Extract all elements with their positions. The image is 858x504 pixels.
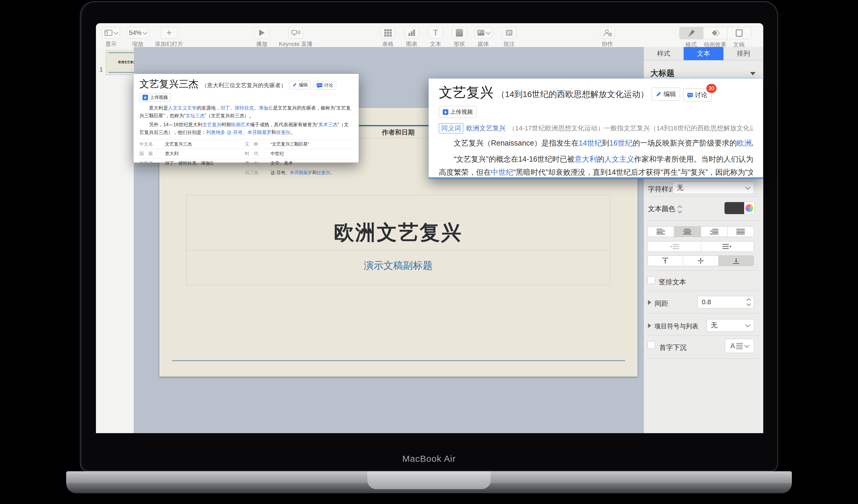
popup2-discuss-button[interactable]: 讨论 30 [683,88,712,101]
link[interactable]: 拉斐尔 [276,130,290,135]
comment-button[interactable]: 批注 [502,27,517,48]
bullets-label: 项目符号与列表 [654,322,698,330]
chart-button[interactable]: 图表 [404,27,419,48]
infobox-label: 后三杰 [245,168,270,177]
infobox-value [165,168,245,177]
disclosure-right-icon[interactable] [648,300,651,305]
disclosure-right-icon[interactable] [648,323,651,328]
popup1-paragraph-2: 另外，14～16世纪意大利文艺复兴时期绘画艺术臻于成熟，其代表画家有被誉为“美术… [140,121,353,136]
popup1-upload-video-button[interactable]: 上传视频 [140,93,171,102]
link[interactable]: 人文主义 [604,155,634,163]
popup1-discuss-button[interactable]: 讨论 [314,81,336,90]
text-color-well[interactable] [724,202,754,214]
author-date-text: 作者和日期 [382,128,415,137]
slide-navigator: 1 欧洲文艺复兴 [96,47,134,433]
link[interactable]: 中世纪 [491,168,513,176]
document-button[interactable] [727,27,751,39]
table-button[interactable]: 表格 [380,27,395,48]
link[interactable]: 列奥纳多·达·芬奇 [206,130,243,135]
bullets-dropdown[interactable]: 无 [706,319,754,332]
valign-top-button[interactable] [648,256,683,266]
outdent-button[interactable] [648,241,701,251]
paragraph-style-row[interactable]: 大标题 [644,66,763,79]
link[interactable]: 绘画艺术 [231,122,250,127]
tab-text[interactable]: 文本 [683,47,723,60]
text-segment: 到 [602,139,609,147]
play-icon [259,30,265,36]
infobox-label: 又 称 [245,139,270,149]
baike-popup-renaissance: 文艺复兴 （14到16世纪的西欧思想解放文化运动） 编辑 讨论 30 上传视频 … [428,78,763,179]
spacing-stepper[interactable]: 0.8 [697,296,754,308]
text-button[interactable]: T 文本 [428,27,443,48]
dropcap-style-dropdown[interactable]: A [725,339,754,353]
valign-middle-button[interactable] [683,256,718,266]
infobox-value: 但丁、彼特拉克、薄伽丘 [165,158,245,168]
discuss-icon [687,93,693,97]
link[interactable]: 彼特拉克 [235,105,254,111]
dropcap-icon: A [730,342,743,350]
add-slide-button[interactable]: + 添加幻灯片 [155,27,183,48]
link[interactable]: 文坛三杰 [186,113,205,118]
view-button[interactable]: 显示 [102,27,120,48]
infobox-label: 中文名 [140,139,165,149]
link[interactable]: 意大利 [575,155,597,163]
link[interactable]: 但丁 [221,105,230,111]
popup1-edit-button[interactable]: 编辑 [289,81,311,89]
text-segment: 另外，14～16世纪意大利 [149,122,203,127]
text-segment: 高度繁荣，但在 [439,168,491,176]
link[interactable]: 人文主义文学 [168,105,197,111]
link[interactable]: 欧洲 [737,139,752,147]
zoom-button[interactable]: 54% 缩放 [126,27,149,48]
play-button[interactable]: 播放 [254,27,269,48]
dropcap-checkbox[interactable] [647,341,655,349]
slide-title-text: 欧洲文艺复兴 [334,219,463,246]
link[interactable]: 美术三杰 [318,122,337,127]
text-color-label: 文本颜色 [648,204,681,213]
popup2-upload-video-button[interactable]: 上传视频 [439,106,477,118]
outdent-icon [669,244,679,249]
align-right-button[interactable] [701,227,727,237]
link[interactable]: 文艺复兴 [203,122,222,127]
color-wheel-icon [745,204,753,212]
text-segment: 和 [312,170,317,175]
popup2-paragraph-2-line2: 高度繁荣，但在中世纪“黑暗时代”却衰败湮没，直到14世纪后才获得“再生”与“复兴… [439,167,753,177]
char-style-dropdown[interactable]: 无 [672,182,754,194]
align-left-button[interactable] [648,227,674,237]
vertical-align-segment [647,256,754,266]
link[interactable]: 米开朗基罗 [290,170,312,175]
format-button[interactable] [680,27,703,39]
pencil-icon [292,82,297,87]
valign-bottom-button[interactable] [718,256,754,266]
text-segment: 意大利是 [149,105,168,111]
discuss-count-badge: 30 [706,84,716,93]
shape-button[interactable]: 形状 [452,27,467,48]
divider [647,196,760,197]
link[interactable]: 14世纪 [579,139,602,147]
tab-style[interactable]: 样式 [644,47,683,60]
tab-arrange[interactable]: 排列 [723,47,763,60]
collaborate-button[interactable]: 协作 [600,27,615,48]
color-swatch[interactable] [725,202,744,214]
subtitle-placeholder[interactable]: 演示文稿副标题 [186,251,610,285]
link[interactable]: 16世纪 [609,139,633,147]
popup1-subtitle: （意大利三位文艺复兴的先驱者） [202,82,286,89]
animate-button[interactable] [703,27,727,39]
link[interactable]: 拉斐尔 [317,170,330,175]
popup2-edit-button[interactable]: 编辑 [652,87,680,101]
synonym-link[interactable]: 欧洲文艺复兴 [466,124,506,133]
color-wheel-button[interactable] [744,202,754,214]
keynote-live-button[interactable]: Keynote 直播 [279,27,313,48]
align-justify-button[interactable] [727,227,754,237]
indent-button[interactable] [701,241,754,251]
align-center-icon [683,229,692,234]
align-center-button[interactable] [674,227,700,237]
device-label: MacBook Air [80,454,778,464]
alignment-segment [647,226,754,237]
chevron-down-icon [745,185,750,190]
vertical-text-checkbox[interactable] [647,276,655,284]
link[interactable]: 薄伽丘 [259,105,273,111]
title-placeholder[interactable]: 欧洲文艺复兴 [186,195,610,251]
align-justify-icon [736,229,745,234]
link[interactable]: 米开朗基罗 [248,130,271,135]
media-button[interactable]: 媒体 [474,27,492,48]
